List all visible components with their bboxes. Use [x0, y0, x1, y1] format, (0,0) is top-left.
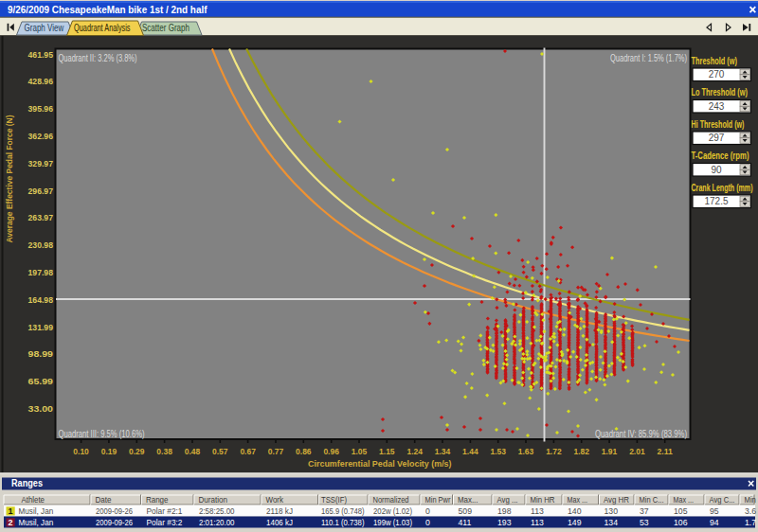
svg-text:2:58:25.00: 2:58:25.00 [199, 506, 235, 516]
svg-text:362.96: 362.96 [28, 132, 54, 141]
svg-text:2118 kJ: 2118 kJ [266, 506, 293, 516]
svg-text:Min HR: Min HR [531, 495, 555, 505]
svg-text:Hi Threshold (w): Hi Threshold (w) [692, 119, 745, 130]
svg-text:Range: Range [146, 495, 169, 505]
svg-text:Avg ...: Avg ... [497, 495, 518, 505]
svg-text:Circumferential Pedal Velocity: Circumferential Pedal Velocity (m/s) [308, 458, 452, 469]
svg-text:461.95: 461.95 [28, 50, 54, 60]
svg-text:Min Pwr: Min Pwr [425, 495, 451, 505]
svg-text:Polar #3:2: Polar #3:2 [147, 518, 183, 527]
svg-text:2.11: 2.11 [657, 447, 673, 456]
svg-text:94: 94 [710, 518, 719, 527]
svg-text:Quadrant III: 9.5% (10.6%): Quadrant III: 9.5% (10.6%) [59, 429, 145, 439]
svg-text:Max ...: Max ... [568, 495, 588, 505]
svg-text:Quadrant IV: 85.9% (83.9%): Quadrant IV: 85.9% (83.9%) [595, 429, 687, 439]
svg-text:149: 149 [568, 518, 582, 527]
svg-text:164.98: 164.98 [28, 295, 54, 305]
svg-text:Max ...: Max ... [674, 495, 695, 505]
svg-text:0.19: 0.19 [101, 447, 117, 456]
svg-text:Work: Work [266, 495, 284, 505]
svg-text:0.96: 0.96 [323, 447, 339, 456]
svg-text:Lo Threshold (w): Lo Threshold (w) [692, 87, 749, 98]
svg-text:98.99: 98.99 [28, 349, 54, 359]
svg-text:113: 113 [531, 506, 544, 516]
svg-text:2: 2 [9, 518, 13, 527]
svg-text:0.77: 0.77 [268, 447, 284, 456]
svg-text:270: 270 [709, 69, 725, 80]
svg-text:Ranges: Ranges [11, 478, 43, 488]
svg-text:1.44: 1.44 [462, 447, 478, 456]
svg-text:Duration: Duration [199, 495, 228, 505]
svg-text:2009-09-26: 2009-09-26 [96, 518, 133, 527]
svg-text:Graph View: Graph View [25, 23, 64, 33]
svg-text:202w (1.02): 202w (1.02) [373, 506, 412, 516]
svg-text:509: 509 [459, 506, 473, 516]
svg-text:105: 105 [674, 506, 688, 516]
svg-text:Musil, Jan: Musil, Jan [19, 506, 54, 516]
svg-text:Quadrant Analysis: Quadrant Analysis [74, 23, 131, 33]
svg-text:0.48: 0.48 [185, 447, 201, 456]
svg-text:3.6: 3.6 [745, 506, 756, 516]
svg-text:1.72: 1.72 [546, 447, 562, 456]
svg-text:198: 198 [497, 506, 512, 516]
svg-text:329.97: 329.97 [28, 159, 54, 168]
svg-text:1.82: 1.82 [573, 447, 589, 456]
svg-text:0.10: 0.10 [73, 447, 89, 456]
svg-text:1.7: 1.7 [745, 518, 756, 527]
svg-text:113: 113 [531, 518, 544, 527]
svg-text:2.01: 2.01 [629, 447, 645, 456]
svg-text:1.24: 1.24 [406, 447, 423, 456]
svg-text:297: 297 [709, 133, 725, 143]
svg-text:Date: Date [96, 495, 112, 505]
svg-text:1.53: 1.53 [490, 447, 506, 456]
svg-text:65.99: 65.99 [28, 377, 54, 386]
svg-text:Min S...: Min S... [745, 495, 758, 505]
svg-text:428.96: 428.96 [28, 77, 54, 86]
svg-text:0.86: 0.86 [296, 447, 312, 456]
svg-text:1.91: 1.91 [602, 447, 618, 456]
svg-text:0.29: 0.29 [129, 447, 145, 456]
svg-text:411: 411 [459, 518, 472, 527]
svg-text:Quadrant II: 3.2% (3.8%): Quadrant II: 3.2% (3.8%) [59, 53, 137, 63]
svg-text:Quadrant I: 1.5% (1.7%): Quadrant I: 1.5% (1.7%) [610, 53, 687, 63]
svg-text:1.63: 1.63 [518, 447, 534, 456]
svg-text:TSS(IF): TSS(IF) [321, 495, 347, 505]
svg-text:395.96: 395.96 [28, 104, 54, 114]
svg-text:106: 106 [674, 518, 688, 527]
svg-text:9/26/2009 ChesapeakeMan bike 1: 9/26/2009 ChesapeakeMan bike 1st / 2nd h… [8, 4, 208, 15]
svg-text:Polar #2:1: Polar #2:1 [147, 506, 183, 516]
svg-text:197.98: 197.98 [28, 268, 54, 277]
svg-text:Athlete: Athlete [22, 495, 45, 505]
svg-text:37: 37 [640, 506, 649, 516]
svg-text:Normalized: Normalized [373, 495, 409, 505]
svg-text:1.34: 1.34 [435, 447, 451, 456]
svg-text:T-Cadence (rpm): T-Cadence (rpm) [692, 151, 749, 161]
svg-text:Avg HR: Avg HR [604, 495, 629, 505]
svg-text:1: 1 [9, 506, 13, 516]
svg-text:Scatter Graph: Scatter Graph [142, 23, 190, 33]
svg-text:110.1 (0.738): 110.1 (0.738) [321, 518, 365, 527]
svg-text:263.97: 263.97 [28, 213, 54, 222]
svg-text:1406 kJ: 1406 kJ [266, 518, 293, 527]
svg-text:Average Effective Pedal Force: Average Effective Pedal Force (N) [5, 115, 14, 242]
svg-text:Crank Length (mm): Crank Length (mm) [692, 183, 753, 193]
svg-text:1.05: 1.05 [352, 447, 368, 456]
svg-text:53: 53 [640, 518, 649, 527]
svg-text:Max...: Max... [458, 495, 478, 505]
svg-text:0.38: 0.38 [156, 447, 172, 456]
svg-text:Musil, Jan: Musil, Jan [19, 518, 54, 527]
svg-text:Avg C...: Avg C... [710, 495, 735, 505]
svg-text:172.5: 172.5 [704, 196, 728, 206]
svg-text:199w (1.03): 199w (1.03) [373, 518, 412, 527]
svg-text:130: 130 [605, 506, 619, 516]
svg-text:131.99: 131.99 [28, 323, 54, 332]
svg-text:296.97: 296.97 [28, 186, 54, 196]
svg-text:2009-09-26: 2009-09-26 [96, 506, 133, 516]
svg-text:1.15: 1.15 [379, 447, 395, 456]
svg-text:90: 90 [711, 165, 722, 175]
svg-text:134: 134 [605, 518, 619, 527]
svg-text:165.9 (0.748): 165.9 (0.748) [321, 506, 365, 516]
svg-text:243: 243 [709, 101, 725, 112]
svg-text:0: 0 [425, 506, 430, 516]
svg-text:193: 193 [497, 518, 512, 527]
